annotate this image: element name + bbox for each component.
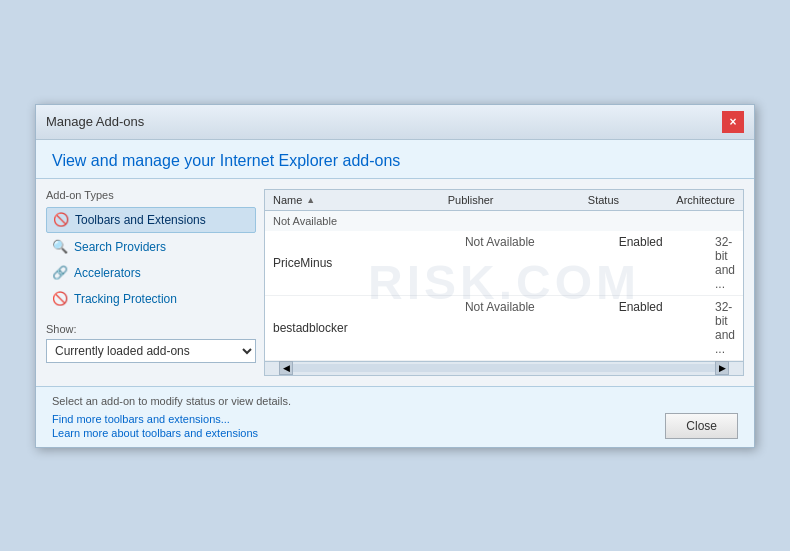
footer-links: Find more toolbars and extensions... Lea… xyxy=(52,413,258,439)
right-panel: Name ▲ Publisher Status Architecture Not… xyxy=(264,189,744,376)
left-panel: Add-on Types 🚫 Toolbars and Extensions 🔍… xyxy=(46,189,256,376)
footer-section: Select an add-on to modify status or vie… xyxy=(36,386,754,447)
learn-more-link[interactable]: Learn more about toolbars and extensions xyxy=(52,427,258,439)
title-bar: Manage Add-ons × xyxy=(36,105,754,140)
show-dropdown[interactable]: Currently loaded add-ons All add-ons Run… xyxy=(46,339,256,363)
row2-publisher: Not Available xyxy=(457,296,611,360)
col-header-publisher[interactable]: Publisher xyxy=(440,190,580,210)
sidebar-item-accelerators[interactable]: 🔗 Accelerators xyxy=(46,261,256,285)
accelerators-icon: 🔗 xyxy=(52,265,68,281)
close-button[interactable]: Close xyxy=(665,413,738,439)
scroll-left-button[interactable]: ◀ xyxy=(279,361,293,375)
show-label: Show: xyxy=(46,323,256,335)
col-header-architecture[interactable]: Architecture xyxy=(668,190,743,210)
col-header-name[interactable]: Name ▲ xyxy=(265,190,440,210)
scrollbar-track[interactable] xyxy=(293,364,715,372)
search-providers-icon: 🔍 xyxy=(52,239,68,255)
sidebar-item-search[interactable]: 🔍 Search Providers xyxy=(46,235,256,259)
show-section: Show: Currently loaded add-ons All add-o… xyxy=(46,323,256,363)
main-content: Add-on Types 🚫 Toolbars and Extensions 🔍… xyxy=(36,179,754,386)
horizontal-scrollbar[interactable]: ◀ ▶ xyxy=(265,361,743,375)
footer-status-text: Select an add-on to modify status or vie… xyxy=(52,395,738,407)
tracking-icon: 🚫 xyxy=(52,291,68,307)
accelerators-label: Accelerators xyxy=(74,266,141,280)
sidebar-item-tracking[interactable]: 🚫 Tracking Protection xyxy=(46,287,256,311)
find-toolbars-link[interactable]: Find more toolbars and extensions... xyxy=(52,413,258,425)
sidebar-item-toolbars[interactable]: 🚫 Toolbars and Extensions xyxy=(46,207,256,233)
dialog-title: Manage Add-ons xyxy=(46,114,144,129)
tracking-label: Tracking Protection xyxy=(74,292,177,306)
header-subtitle: View and manage your Internet Explorer a… xyxy=(52,152,738,170)
col-header-status[interactable]: Status xyxy=(580,190,668,210)
table-header: Name ▲ Publisher Status Architecture xyxy=(265,190,743,211)
table-row[interactable]: PriceMinus Not Available Enabled 32-bit … xyxy=(265,231,743,296)
table-row[interactable]: bestadblocker Not Available Enabled 32-b… xyxy=(265,296,743,361)
row1-publisher: Not Available xyxy=(457,231,611,295)
search-label: Search Providers xyxy=(74,240,166,254)
row1-arch: 32-bit and ... xyxy=(707,231,743,295)
manage-addons-dialog: Manage Add-ons × View and manage your In… xyxy=(35,104,755,448)
header-section: View and manage your Internet Explorer a… xyxy=(36,140,754,179)
row1-status: Enabled xyxy=(611,231,707,295)
sort-arrow: ▲ xyxy=(306,195,315,205)
scroll-right-button[interactable]: ▶ xyxy=(715,361,729,375)
toolbars-icon: 🚫 xyxy=(53,212,69,228)
row2-arch: 32-bit and ... xyxy=(707,296,743,360)
group-header-not-available: Not Available xyxy=(265,211,743,231)
row2-status: Enabled xyxy=(611,296,707,360)
row2-name: bestadblocker xyxy=(265,296,457,360)
row1-name: PriceMinus xyxy=(265,231,457,295)
table-body: Not Available PriceMinus Not Available E… xyxy=(265,211,743,361)
title-close-button[interactable]: × xyxy=(722,111,744,133)
footer-bottom: Find more toolbars and extensions... Lea… xyxy=(52,413,738,439)
toolbars-label: Toolbars and Extensions xyxy=(75,213,206,227)
addon-types-label: Add-on Types xyxy=(46,189,256,201)
